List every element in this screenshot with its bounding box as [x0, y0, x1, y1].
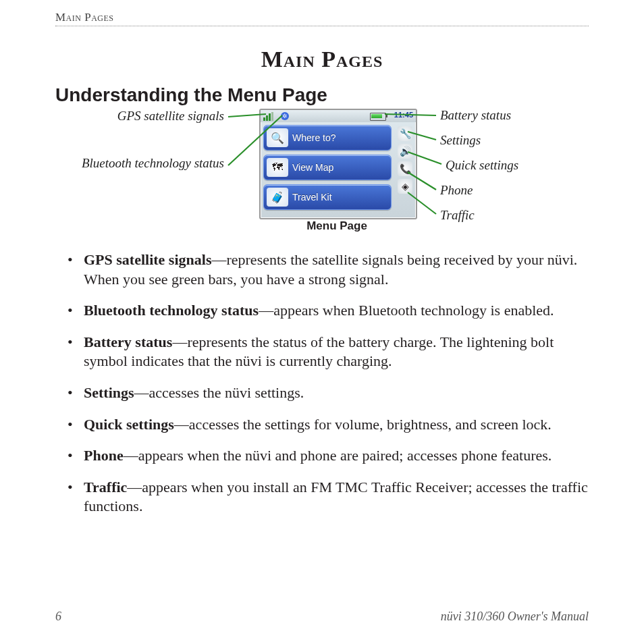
page-footer: 6 nüvi 310/360 Owner's Manual [55, 610, 589, 624]
diagram-caption: Menu Page [259, 219, 414, 233]
wrench-icon[interactable]: 🔧 [398, 126, 412, 141]
traffic-icon[interactable]: ◈ [398, 179, 412, 194]
dash: — [174, 416, 189, 433]
term: Settings [84, 384, 134, 401]
battery-icon [370, 113, 386, 121]
dash: — [127, 479, 142, 495]
desc: appears when Bluetooth technology is ena… [273, 302, 554, 319]
where-to-label: Where to? [292, 132, 336, 143]
dash: — [172, 333, 187, 350]
dash: — [134, 384, 149, 401]
map-icon: 🗺 [267, 158, 288, 177]
signal-bars-icon [263, 112, 273, 121]
list-item: Battery status—represents the status of … [77, 333, 589, 371]
side-icon-column: 🔧 🔊 📞 ◈ [394, 122, 416, 218]
term: Battery status [84, 333, 172, 350]
callout-phone: Phone [440, 183, 473, 198]
dash: — [211, 251, 226, 268]
menu-page-diagram: ✲ 11:45 🔍 Where to? 🗺 View Map 🧳 Travel … [55, 109, 589, 244]
list-item: Quick settings—accesses the settings for… [77, 415, 589, 435]
travel-kit-label: Travel Kit [292, 192, 332, 203]
header-rule [55, 26, 589, 26]
callout-battery: Battery status [440, 108, 511, 123]
callout-settings: Settings [440, 133, 481, 148]
callout-traffic: Traffic [440, 208, 475, 223]
term: Quick settings [84, 416, 174, 433]
desc: appears when the nüvi and phone are pair… [138, 447, 552, 464]
view-map-label: View Map [292, 162, 333, 173]
term: Phone [84, 447, 124, 464]
travel-kit-button[interactable]: 🧳 Travel Kit [263, 184, 392, 210]
dash: — [259, 302, 273, 319]
callout-quick: Quick settings [446, 158, 518, 173]
page-title: Main Pages [55, 47, 589, 72]
list-item: Bluetooth technology status—appears when… [77, 301, 589, 321]
term: Traffic [84, 479, 127, 495]
desc: appears when you install an FM TMC Traff… [84, 479, 588, 515]
page-number: 6 [55, 610, 61, 624]
list-item: Traffic—appears when you install an FM T… [77, 478, 589, 516]
list-item: GPS satellite signals—represents the sat… [77, 250, 589, 289]
running-head: Main Pages [55, 0, 589, 26]
where-to-button[interactable]: 🔍 Where to? [263, 125, 392, 151]
callout-bluetooth: Bluetooth technology status [55, 156, 224, 171]
status-bar: ✲ 11:45 [261, 110, 416, 122]
device-screen: ✲ 11:45 🔍 Where to? 🗺 View Map 🧳 Travel … [259, 109, 417, 219]
section-heading: Understanding the Menu Page [55, 84, 589, 106]
magnifier-icon: 🔍 [267, 128, 288, 147]
phone-icon[interactable]: 📞 [398, 161, 412, 176]
dash: — [124, 447, 138, 464]
speaker-icon[interactable]: 🔊 [398, 144, 412, 159]
list-item: Phone—appears when the nüvi and phone ar… [77, 446, 589, 466]
term: GPS satellite signals [84, 251, 211, 268]
view-map-button[interactable]: 🗺 View Map [263, 155, 392, 180]
clock-text: 11:45 [394, 111, 413, 119]
suitcase-icon: 🧳 [267, 188, 288, 207]
definitions-list: GPS satellite signals—represents the sat… [55, 250, 589, 516]
term: Bluetooth technology status [84, 302, 259, 319]
list-item: Settings—accesses the nüvi settings. [77, 383, 589, 403]
callout-gps: GPS satellite signals [55, 109, 224, 124]
manual-title: nüvi 310/360 Owner's Manual [441, 610, 589, 624]
bluetooth-icon: ✲ [281, 112, 289, 120]
desc: accesses the nüvi settings. [149, 384, 304, 401]
desc: accesses the settings for volume, bright… [189, 416, 552, 433]
